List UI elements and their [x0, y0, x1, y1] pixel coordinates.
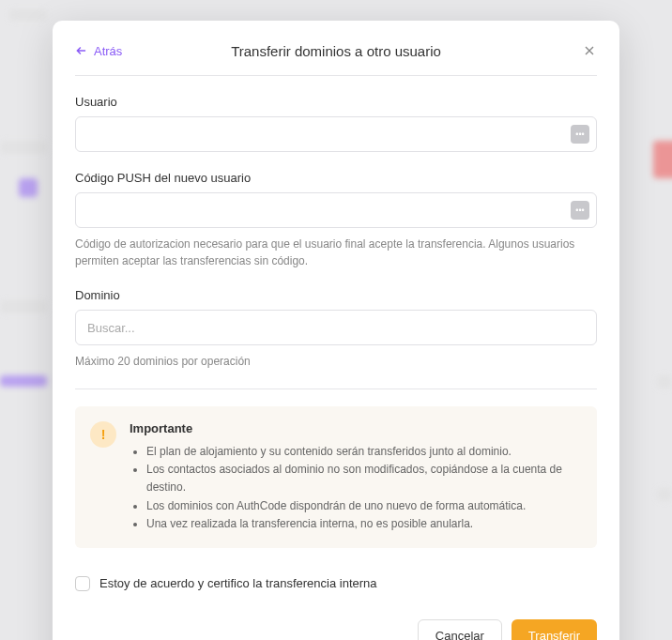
modal-header: Atrás Transferir dominios a otro usuario: [75, 43, 597, 76]
cancel-button[interactable]: Cancelar: [418, 619, 502, 640]
alert-item: Una vez realizada la transferencia inter…: [146, 515, 582, 533]
close-button[interactable]: [582, 43, 597, 58]
divider: [75, 389, 597, 389]
push-code-label: Código PUSH del nuevo usuario: [75, 171, 597, 185]
alert-item: Los dominios con AuthCode dispondrán de …: [146, 497, 582, 515]
domain-search-input[interactable]: [75, 310, 597, 345]
domain-field-group: Dominio Máximo 20 dominios por operación: [75, 288, 597, 370]
back-button[interactable]: Atrás: [75, 44, 122, 58]
user-field-group: Usuario: [75, 95, 597, 152]
user-autofill-icon[interactable]: [571, 125, 589, 144]
push-code-helper: Código de autorizacion necesario para qu…: [75, 236, 597, 269]
confirm-row: Estoy de acuerdo y certifico la transfer…: [75, 576, 597, 591]
arrow-left-icon: [75, 44, 88, 57]
alert-title: Importante: [130, 421, 582, 435]
user-input[interactable]: [75, 116, 597, 152]
push-code-autofill-icon[interactable]: [571, 201, 589, 220]
alert-list: El plan de alojamiento y su contenido se…: [130, 443, 582, 533]
back-label: Atrás: [94, 44, 122, 58]
warning-icon: !: [90, 421, 116, 448]
modal-title: Transferir dominios a otro usuario: [231, 43, 441, 59]
transfer-button[interactable]: Transferir: [512, 619, 597, 640]
confirm-label: Estoy de acuerdo y certifico la transfer…: [99, 576, 377, 590]
domain-label: Dominio: [75, 288, 597, 302]
alert-item: Los contactos asociados al dominio no so…: [146, 461, 582, 496]
domain-helper: Máximo 20 dominios por operación: [75, 353, 597, 370]
confirm-checkbox[interactable]: [75, 576, 90, 591]
important-alert: ! Importante El plan de alojamiento y su…: [75, 406, 597, 548]
alert-item: El plan de alojamiento y su contenido se…: [146, 443, 582, 461]
close-icon: [582, 43, 597, 58]
push-code-input[interactable]: [75, 192, 597, 228]
push-code-field-group: Código PUSH del nuevo usuario Código de …: [75, 171, 597, 269]
modal-footer: Cancelar Transferir: [75, 619, 597, 640]
user-label: Usuario: [75, 95, 597, 109]
transfer-domain-modal: Atrás Transferir dominios a otro usuario…: [53, 21, 619, 640]
